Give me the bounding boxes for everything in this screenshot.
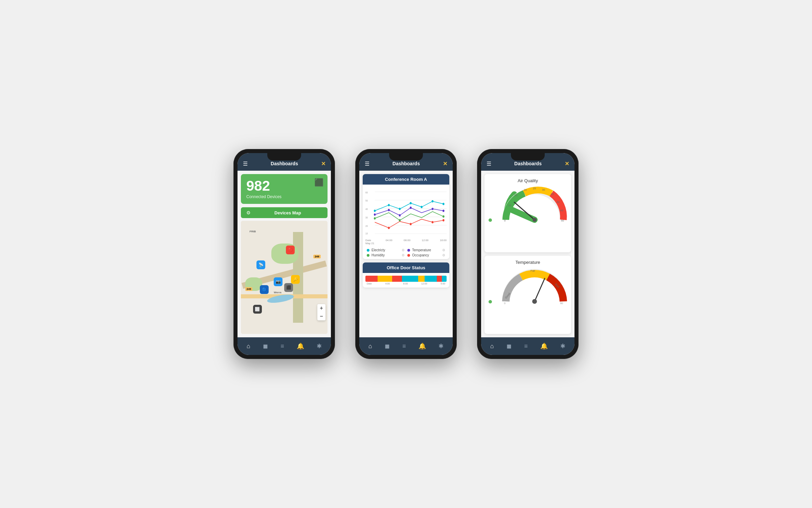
svg-text:20: 20	[365, 224, 368, 228]
svg-point-20	[388, 209, 390, 211]
phone-1: ☰ Dashboards ✕ ⬛ 982 Connected Devices ⚙…	[233, 149, 335, 359]
close-icon-3[interactable]: ✕	[565, 161, 569, 167]
svg-point-22	[410, 207, 412, 209]
map-pin-blue[interactable]: 🔵	[260, 285, 269, 294]
nav-chip-2[interactable]: ◼	[385, 342, 390, 350]
air-quality-title: Air Quality	[518, 178, 538, 183]
legend-label-occupancy: Occupancy	[412, 253, 429, 257]
x-label-2: 04:00	[386, 239, 392, 245]
nav-wrench-2[interactable]: ✱	[438, 342, 444, 350]
map-pin-fire[interactable]: 🔴	[286, 246, 295, 254]
nav-bell-1[interactable]: 🔔	[297, 342, 304, 350]
svg-text:50: 50	[365, 199, 368, 203]
svg-text:Fair: Fair	[531, 269, 535, 272]
svg-point-30	[432, 221, 434, 224]
nav-list-2[interactable]: ≡	[402, 343, 406, 350]
notch-1	[267, 153, 301, 161]
nav-wrench-1[interactable]: ✱	[317, 342, 322, 350]
svg-point-14	[399, 208, 401, 210]
map-icon: ⚙	[246, 210, 251, 215]
phones-container: ☰ Dashboards ✕ ⬛ 982 Connected Devices ⚙…	[233, 149, 579, 359]
svg-text:0: 0	[504, 302, 505, 304]
map-zoom-controls: + −	[317, 304, 325, 320]
map-pin-table[interactable]: ⬜	[253, 305, 262, 314]
zoom-out-button[interactable]: −	[317, 312, 325, 320]
nav-wrench-3[interactable]: ✱	[560, 342, 565, 350]
map-pin-wifi[interactable]: 📡	[256, 260, 265, 269]
hamburger-icon-3[interactable]: ☰	[487, 161, 491, 167]
x-label-1: DateMay 21	[365, 239, 374, 245]
hamburger-icon-1[interactable]: ☰	[243, 161, 248, 167]
nav-list-1[interactable]: ≡	[280, 343, 284, 350]
chip-icon: ⬛	[314, 178, 323, 187]
legend-gear-temperature: ⚙	[442, 248, 445, 252]
office-door-card: Office Door Status	[363, 262, 449, 288]
bottom-nav-3: ⌂ ◼ ≡ 🔔 ✱	[481, 337, 574, 355]
svg-point-23	[432, 208, 434, 210]
close-icon-2[interactable]: ✕	[443, 161, 447, 167]
legend-electricity: Electricty ⚙	[367, 248, 405, 252]
nav-bell-2[interactable]: 🔔	[419, 342, 426, 350]
svg-text:15: 15	[514, 194, 517, 197]
svg-point-25	[374, 217, 376, 219]
map-pin-camera[interactable]: 📷	[274, 277, 283, 286]
legend-gear-electricity: ⚙	[402, 248, 405, 252]
hamburger-icon-2[interactable]: ☰	[365, 161, 369, 167]
svg-point-18	[443, 203, 445, 205]
office-label-8: 8:00	[403, 282, 408, 285]
temperature-gauge-svg: Good Fair Bad 0 60	[501, 268, 568, 308]
nav-home-3[interactable]: ⌂	[490, 343, 494, 350]
notch-3	[511, 153, 545, 161]
legend-dot-occupancy	[407, 254, 410, 257]
legend-dot-temperature	[407, 249, 410, 252]
svg-point-26	[399, 219, 401, 221]
p3-content: Air Quality	[481, 171, 574, 337]
x-label-3: 08:00	[404, 239, 410, 245]
svg-point-16	[421, 206, 423, 208]
close-icon-1[interactable]: ✕	[321, 161, 325, 167]
stat-card: ⬛ 982 Connected Devices	[241, 174, 328, 204]
zoom-in-button[interactable]: +	[317, 304, 325, 312]
svg-line-49	[535, 278, 545, 301]
legend-occupancy: Occupancy ⚙	[407, 253, 445, 257]
svg-text:40: 40	[557, 200, 560, 204]
svg-point-13	[388, 204, 390, 206]
svg-text:45: 45	[560, 209, 563, 212]
nav-home-1[interactable]: ⌂	[247, 343, 250, 350]
legend-temperature: Temperature ⚙	[407, 248, 445, 252]
nav-chip-3[interactable]: ◼	[506, 342, 512, 350]
bottom-nav-1: ⌂ ◼ ≡ 🔔 ✱	[238, 337, 331, 355]
nav-bell-3[interactable]: 🔔	[540, 342, 548, 350]
legend-dot-electricity	[367, 249, 369, 252]
line-chart: 60 50 40 30 20 10	[365, 188, 447, 237]
legend-label-humidity: Humidity	[371, 253, 385, 257]
map-pin-yellow[interactable]: 🔑	[291, 275, 300, 284]
map-pin-grid[interactable]: ⬛	[284, 283, 293, 292]
stat-number: 982	[246, 179, 322, 193]
map-label-werra: Werra	[274, 291, 281, 294]
svg-point-31	[443, 219, 445, 221]
nav-chip-1[interactable]: ◼	[263, 342, 268, 350]
svg-point-15	[410, 202, 412, 205]
bar-yellow-1	[378, 276, 392, 282]
office-label-4: 4:00	[385, 282, 390, 285]
legend-humidity: Humidity ⚙	[367, 253, 405, 257]
svg-point-12	[374, 210, 376, 212]
office-label-5: 5:00	[441, 282, 445, 285]
devices-map-button[interactable]: ⚙ Devices Map	[241, 207, 328, 218]
svg-text:30: 30	[542, 188, 545, 191]
legend-dot-humidity	[367, 254, 369, 257]
p2-content: Conference Room A 60	[359, 171, 453, 337]
nav-home-2[interactable]: ⌂	[368, 343, 372, 350]
map-label-frib: FRIB	[250, 230, 256, 233]
map-area[interactable]: FRIB Werra 249 249 📡 🔴 📷 🔵 ⬛ 🔑 ⬜	[241, 221, 328, 334]
bar-cyan-3	[442, 276, 447, 282]
page-title-3: Dashboards	[514, 161, 542, 166]
legend-label-electricity: Electricty	[371, 248, 385, 252]
legend-label-temperature: Temperature	[412, 248, 431, 252]
bar-red-1	[365, 276, 378, 282]
chart-legend: Electricty ⚙ Temperature ⚙ Humidity	[363, 246, 449, 259]
legend-gear-humidity: ⚙	[402, 253, 405, 257]
temperature-title: Temperature	[516, 260, 540, 265]
nav-list-3[interactable]: ≡	[524, 343, 528, 350]
